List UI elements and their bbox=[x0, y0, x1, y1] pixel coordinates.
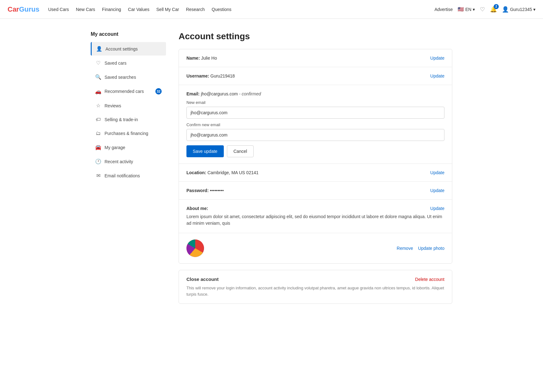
user-menu[interactable]: 👤 Guru12345 ▾ bbox=[502, 6, 535, 13]
password-label: Password: ••••••••• bbox=[186, 188, 224, 193]
notifications-bell[interactable]: 🔔 2 bbox=[490, 6, 497, 13]
name-value-text: Julie Ho bbox=[201, 56, 217, 61]
username-label: Guru12345 bbox=[510, 7, 532, 12]
nav-research[interactable]: Research bbox=[186, 7, 205, 12]
name-label-text: Name: bbox=[186, 56, 200, 61]
logo-gurus: Gurus bbox=[19, 5, 40, 13]
sidebar-label-account-settings: Account settings bbox=[105, 46, 162, 51]
sidebar-item-saved-searches[interactable]: 🔍 Saved searches bbox=[91, 70, 166, 84]
sidebar-item-recent-activity[interactable]: 🕐 Recent activity bbox=[91, 155, 166, 168]
password-row: Password: ••••••••• Update bbox=[179, 182, 452, 200]
saved-cars-icon: ♡ bbox=[95, 60, 101, 66]
advertise-link[interactable]: Advertise bbox=[434, 7, 453, 12]
sidebar-item-reviews[interactable]: ☆ Reviews bbox=[91, 99, 166, 112]
account-settings-icon: 👤 bbox=[96, 46, 102, 52]
update-photo-link[interactable]: Update photo bbox=[418, 246, 444, 251]
nav-car-values[interactable]: Car Values bbox=[128, 7, 149, 12]
close-account-desc: This will remove your login information,… bbox=[186, 285, 444, 297]
email-value: jho@cargurus.com bbox=[201, 91, 238, 96]
nav-new-cars[interactable]: New Cars bbox=[76, 7, 95, 12]
username-label-text: Username: bbox=[186, 73, 209, 78]
sidebar-label-recommended-cars: Recommended cars bbox=[105, 89, 152, 94]
nav-sell-my-car[interactable]: Sell My Car bbox=[156, 7, 179, 12]
confirm-email-input[interactable] bbox=[186, 129, 444, 141]
location-label-text: Location: bbox=[186, 170, 206, 175]
avatar-image bbox=[186, 239, 204, 257]
email-confirmed: - confirmed bbox=[239, 91, 261, 96]
username-label: Username: Guru219418 bbox=[186, 73, 235, 78]
reviews-icon: ☆ bbox=[95, 103, 101, 109]
user-icon: 👤 bbox=[502, 6, 509, 13]
password-value: ••••••••• bbox=[210, 188, 224, 193]
selling-icon: 🏷 bbox=[95, 117, 101, 122]
nav-links: Used Cars New Cars Financing Car Values … bbox=[48, 7, 434, 12]
sidebar-label-saved-searches: Saved searches bbox=[105, 75, 162, 80]
photo-actions: Remove Update photo bbox=[397, 246, 444, 251]
name-row: Name: Julie Ho Update bbox=[179, 49, 452, 67]
password-row-header: Password: ••••••••• Update bbox=[186, 188, 444, 193]
new-email-label: New email bbox=[186, 100, 444, 105]
main-content: Account settings Name: Julie Ho Update bbox=[179, 31, 452, 379]
save-update-button[interactable]: Save update bbox=[186, 145, 224, 157]
name-label: Name: Julie Ho bbox=[186, 56, 217, 61]
user-chevron-icon: ▾ bbox=[533, 7, 535, 12]
username-update-link[interactable]: Update bbox=[430, 73, 444, 78]
wishlist-icon[interactable]: ♡ bbox=[480, 6, 485, 13]
sidebar: My account 👤 Account settings ♡ Saved ca… bbox=[91, 31, 166, 379]
sidebar-label-selling: Selling & trade-in bbox=[105, 117, 162, 122]
navbar: CarGurus Used Cars New Cars Financing Ca… bbox=[0, 0, 543, 19]
delete-account-link[interactable]: Delete account bbox=[415, 277, 444, 282]
sidebar-item-purchases-financing[interactable]: 🗂 Purchases & financing bbox=[91, 127, 166, 140]
flag-icon: 🇺🇸 bbox=[458, 6, 464, 12]
sidebar-item-my-garage[interactable]: 🚘 My garage bbox=[91, 141, 166, 154]
nav-questions[interactable]: Questions bbox=[212, 7, 231, 12]
page-body: My account 👤 Account settings ♡ Saved ca… bbox=[0, 19, 543, 392]
username-row: Username: Guru219418 Update bbox=[179, 67, 452, 85]
photo-row: Remove Update photo bbox=[179, 233, 452, 263]
logo-car: Car bbox=[8, 5, 19, 13]
sidebar-item-selling-trade-in[interactable]: 🏷 Selling & trade-in bbox=[91, 113, 166, 126]
recommended-cars-icon: 🚗 bbox=[95, 89, 101, 94]
avatar bbox=[186, 239, 204, 257]
location-row-header: Location: Cambridge, MA US 02141 Update bbox=[186, 170, 444, 175]
password-update-link[interactable]: Update bbox=[430, 188, 444, 193]
remove-photo-link[interactable]: Remove bbox=[397, 246, 413, 251]
sidebar-title: My account bbox=[91, 31, 166, 37]
close-account-card: Close account Delete account This will r… bbox=[179, 270, 452, 304]
sidebar-label-reviews: Reviews bbox=[105, 103, 162, 108]
cancel-button[interactable]: Cancel bbox=[227, 145, 254, 157]
garage-icon: 🚘 bbox=[95, 144, 101, 150]
settings-card: Name: Julie Ho Update Username: Guru2194… bbox=[179, 49, 452, 264]
nav-financing[interactable]: Financing bbox=[102, 7, 121, 12]
sidebar-item-saved-cars[interactable]: ♡ Saved cars bbox=[91, 56, 166, 70]
sidebar-label-saved-cars: Saved cars bbox=[105, 61, 162, 66]
sidebar-item-email-notifications[interactable]: ✉ Email notifications bbox=[91, 169, 166, 182]
location-value: Cambridge, MA US 02141 bbox=[207, 170, 259, 175]
chevron-down-icon: ▾ bbox=[473, 7, 475, 12]
sidebar-label-purchases: Purchases & financing bbox=[105, 131, 162, 136]
nav-right: Advertise 🇺🇸 EN ▾ ♡ 🔔 2 👤 Guru12345 ▾ bbox=[434, 6, 535, 13]
email-notifications-icon: ✉ bbox=[95, 173, 101, 179]
about-update-link[interactable]: Update bbox=[430, 206, 444, 211]
name-update-link[interactable]: Update bbox=[430, 56, 444, 61]
sidebar-label-email-notifications: Email notifications bbox=[105, 173, 162, 178]
recommended-cars-badge: 32 bbox=[155, 88, 162, 94]
about-row: About me: Update Lorem ipsum dolor sit a… bbox=[179, 200, 452, 233]
logo[interactable]: CarGurus bbox=[8, 5, 39, 13]
recent-activity-icon: 🕐 bbox=[95, 158, 101, 164]
email-label: Email: jho@cargurus.com - confirmed bbox=[186, 91, 261, 96]
email-label-text: Email: bbox=[186, 91, 200, 96]
sidebar-item-recommended-cars[interactable]: 🚗 Recommended cars 32 bbox=[91, 84, 166, 98]
sidebar-item-account-settings[interactable]: 👤 Account settings bbox=[91, 42, 166, 56]
page-title: Account settings bbox=[179, 31, 452, 41]
name-row-header: Name: Julie Ho Update bbox=[186, 56, 444, 61]
language-selector[interactable]: 🇺🇸 EN ▾ bbox=[458, 6, 475, 12]
nav-used-cars[interactable]: Used Cars bbox=[48, 7, 69, 12]
username-value-text: Guru219418 bbox=[210, 73, 235, 78]
notification-badge: 2 bbox=[494, 4, 499, 9]
location-update-link[interactable]: Update bbox=[430, 170, 444, 175]
saved-searches-icon: 🔍 bbox=[95, 74, 101, 80]
new-email-input[interactable] bbox=[186, 107, 444, 119]
confirm-email-label: Confirm new email bbox=[186, 122, 444, 127]
close-card-header: Close account Delete account bbox=[186, 277, 444, 282]
